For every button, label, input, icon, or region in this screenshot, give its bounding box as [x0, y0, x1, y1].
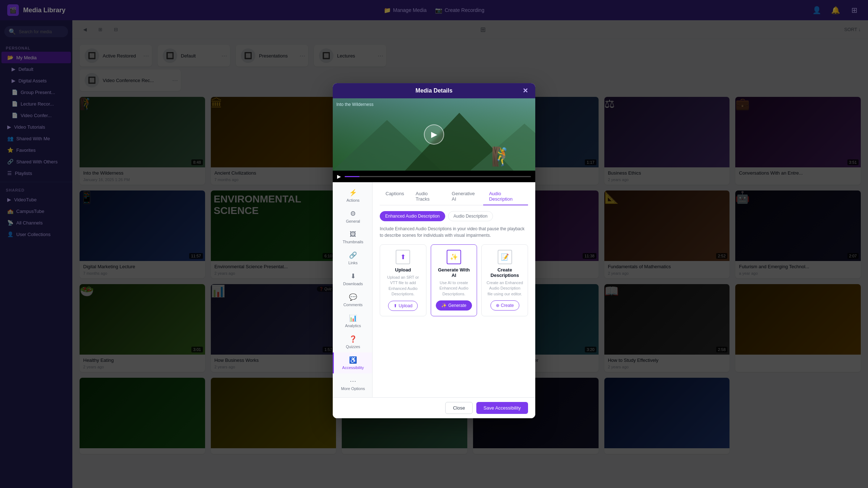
actions-icon: ⚡ — [349, 189, 357, 197]
upload-btn-icon: ⬆ — [393, 303, 397, 308]
links-icon: 🔗 — [349, 251, 357, 259]
analytics-label: Analytics — [345, 324, 361, 328]
modal-left-nav: ⚡ Actions ⚙ General 🖼 Thumbnails 🔗 Links… — [333, 182, 373, 397]
generate-card-desc: Use AI to create Enhanced Audio Descript… — [435, 280, 473, 297]
modal-nav-more-options[interactable]: ⋯ More Options — [333, 373, 372, 394]
modal-nav-comments[interactable]: 💬 Comments — [333, 290, 372, 311]
quizzes-label: Quizzes — [346, 344, 360, 349]
quizzes-icon: ❓ — [349, 335, 357, 343]
modal-tabs: Captions Audio Tracks Generative AI Audi… — [380, 188, 528, 205]
analytics-icon: 📊 — [349, 314, 357, 322]
accessibility-icon: ♿ — [349, 356, 357, 364]
accessibility-label: Accessibility — [342, 365, 364, 370]
thumbnails-icon: 🖼 — [350, 231, 356, 238]
video-controls: ▶ — [333, 171, 535, 182]
video-hiker-icon: 🧗 — [491, 146, 514, 167]
modal-nav-links[interactable]: 🔗 Links — [333, 248, 372, 269]
video-container: Into the Wilderness 🧗 ▶ ▶ — [333, 98, 535, 182]
video-progress-bar[interactable] — [345, 176, 531, 177]
downloads-icon: ⬇ — [350, 272, 356, 280]
option-card-generate[interactable]: ✨ Generate With AI Use AI to create Enha… — [431, 244, 477, 316]
option-card-create[interactable]: 📝 Create Descriptions Create an Enhanced… — [481, 244, 528, 316]
generate-btn[interactable]: ✨ Generate — [436, 300, 472, 311]
general-label: General — [346, 219, 360, 223]
video-thumbnail: Into the Wilderness 🧗 ▶ — [333, 98, 535, 171]
modal-body: ⚡ Actions ⚙ General 🖼 Thumbnails 🔗 Links… — [333, 182, 535, 397]
save-accessibility-button[interactable]: Save Accessibility — [476, 402, 528, 414]
generate-card-title: Generate With AI — [435, 267, 473, 278]
create-card-title: Create Descriptions — [486, 267, 523, 278]
tab-audio-tracks[interactable]: Audio Tracks — [410, 188, 446, 205]
modal-header: Media Details ✕ — [333, 83, 535, 98]
modal-nav-actions[interactable]: ⚡ Actions — [333, 185, 372, 206]
links-label: Links — [348, 261, 358, 265]
tab-generative-ai[interactable]: Generative AI — [446, 188, 483, 205]
downloads-label: Downloads — [343, 282, 363, 286]
modal-nav-downloads[interactable]: ⬇ Downloads — [333, 269, 372, 290]
create-card-desc: Create an Enhanced Audio Description fil… — [486, 280, 523, 297]
generate-card-icon: ✨ — [447, 250, 461, 264]
sub-tabs: Enhanced Audio Description Audio Descrip… — [380, 211, 528, 221]
upload-card-desc: Upload an SRT or VTT file to add Enhance… — [384, 275, 422, 297]
create-btn[interactable]: ⊕ Create — [490, 300, 519, 311]
modal-close-button[interactable]: ✕ — [520, 86, 530, 96]
thumbnails-label: Thumbnails — [343, 240, 363, 244]
modal-nav-quizzes[interactable]: ❓ Quizzes — [333, 331, 372, 352]
generate-btn-icon: ✨ — [441, 303, 447, 308]
video-controls-play[interactable]: ▶ — [337, 174, 341, 179]
sub-tab-enhanced[interactable]: Enhanced Audio Description — [380, 211, 445, 221]
modal-footer: Close Save Accessibility — [333, 397, 535, 418]
modal-title: Media Details — [416, 87, 452, 94]
tab-captions[interactable]: Captions — [380, 188, 410, 205]
close-button[interactable]: Close — [445, 402, 472, 414]
option-cards: ⬆ Upload Upload an SRT or VTT file to ad… — [380, 244, 528, 316]
modal-nav-accessibility[interactable]: ♿ Accessibility — [333, 352, 372, 373]
create-card-icon: 📝 — [498, 250, 512, 264]
media-details-modal: Media Details ✕ Into the Wilderness � — [333, 83, 535, 418]
video-progress-fill — [345, 176, 359, 177]
modal-nav-thumbnails[interactable]: 🖼 Thumbnails — [333, 227, 372, 248]
option-card-upload[interactable]: ⬆ Upload Upload an SRT or VTT file to ad… — [380, 244, 426, 316]
comments-label: Comments — [343, 303, 362, 307]
modal-nav-analytics[interactable]: 📊 Analytics — [333, 311, 372, 331]
modal-right-panel: Captions Audio Tracks Generative AI Audi… — [373, 182, 535, 397]
modal-nav-general[interactable]: ⚙ General — [333, 206, 372, 227]
upload-card-icon: ⬆ — [396, 250, 410, 264]
upload-card-title: Upload — [384, 267, 422, 273]
video-play-button[interactable]: ▶ — [424, 124, 444, 145]
more-options-icon: ⋯ — [350, 377, 356, 385]
comments-icon: 💬 — [349, 293, 357, 301]
create-btn-icon: ⊕ — [496, 303, 499, 308]
sub-tab-audio-desc[interactable]: Audio Description — [448, 211, 493, 221]
general-icon: ⚙ — [350, 210, 356, 218]
tab-audio-description[interactable]: Audio Description — [483, 188, 528, 205]
description-text: Include Enhanced Audio Descriptions in y… — [380, 226, 528, 239]
upload-btn[interactable]: ⬆ Upload — [388, 301, 418, 311]
actions-label: Actions — [346, 198, 359, 202]
more-options-label: More Options — [341, 386, 365, 391]
